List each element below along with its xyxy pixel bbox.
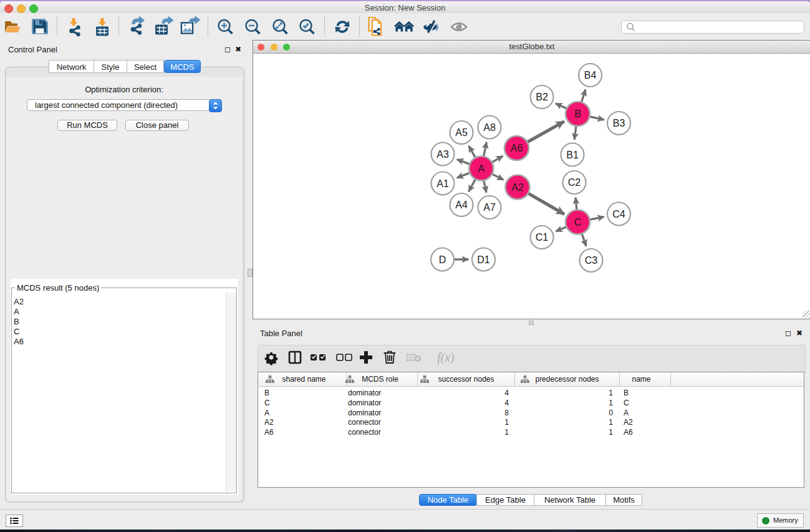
svg-text:A5: A5 bbox=[455, 127, 468, 138]
svg-text:A4: A4 bbox=[455, 200, 468, 210]
svg-text:B1: B1 bbox=[566, 150, 579, 160]
svg-text:C2: C2 bbox=[568, 177, 581, 188]
svg-text:A7: A7 bbox=[483, 202, 496, 213]
svg-text:B4: B4 bbox=[584, 70, 597, 80]
svg-text:C4: C4 bbox=[612, 209, 625, 220]
svg-text:f(x): f(x) bbox=[437, 351, 455, 365]
svg-text:B2: B2 bbox=[536, 92, 548, 102]
svg-text:A: A bbox=[478, 163, 485, 174]
svg-text:B3: B3 bbox=[613, 118, 625, 128]
svg-text:D1: D1 bbox=[477, 254, 490, 265]
svg-text:A2: A2 bbox=[511, 182, 524, 193]
svg-text:A3: A3 bbox=[436, 149, 449, 160]
svg-text:C1: C1 bbox=[536, 232, 549, 243]
svg-text:C3: C3 bbox=[585, 255, 598, 266]
svg-text:A8: A8 bbox=[483, 122, 496, 133]
svg-text:A1: A1 bbox=[436, 178, 449, 189]
svg-text:A6: A6 bbox=[511, 143, 523, 153]
svg-text:B: B bbox=[574, 109, 581, 119]
svg-text:C: C bbox=[574, 217, 582, 228]
svg-text:D: D bbox=[439, 254, 446, 265]
